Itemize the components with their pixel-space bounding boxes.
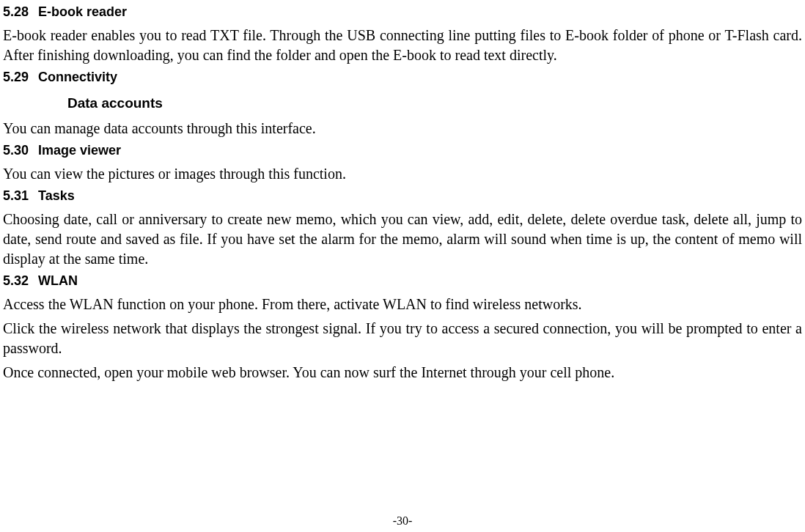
section-heading-529: 5.29 Connectivity [3, 70, 802, 85]
section-number: 5.30 [3, 143, 29, 158]
section-title: WLAN [38, 273, 78, 288]
section-number: 5.29 [3, 70, 29, 85]
subsection-heading-data-accounts: Data accounts [67, 95, 802, 111]
section-heading-532: 5.32 WLAN [3, 273, 802, 289]
section-heading-530: 5.30 Image viewer [3, 143, 802, 158]
section-body: E-book reader enables you to read TXT fi… [3, 26, 802, 65]
section-heading-528: 5.28 E-book reader [3, 4, 802, 20]
section-body-p2: Click the wireless network that displays… [3, 319, 802, 358]
section-number: 5.28 [3, 4, 29, 20]
section-title: Connectivity [38, 70, 117, 84]
section-number: 5.32 [3, 273, 29, 289]
section-title: Tasks [38, 188, 75, 203]
document-page: 5.28 E-book reader E-book reader enables… [3, 4, 802, 383]
section-number: 5.31 [3, 188, 29, 204]
section-body-p3: Once connected, open your mobile web bro… [3, 363, 802, 383]
section-title: E-book reader [38, 4, 127, 19]
page-number: -30- [0, 514, 805, 528]
section-body: Choosing date, call or anniversary to cr… [3, 210, 802, 269]
section-heading-531: 5.31 Tasks [3, 188, 802, 204]
section-body: You can manage data accounts through thi… [3, 119, 802, 138]
section-body-p1: Access the WLAN function on your phone. … [3, 295, 802, 314]
section-title: Image viewer [38, 143, 121, 158]
section-body: You can view the pictures or images thro… [3, 164, 802, 184]
